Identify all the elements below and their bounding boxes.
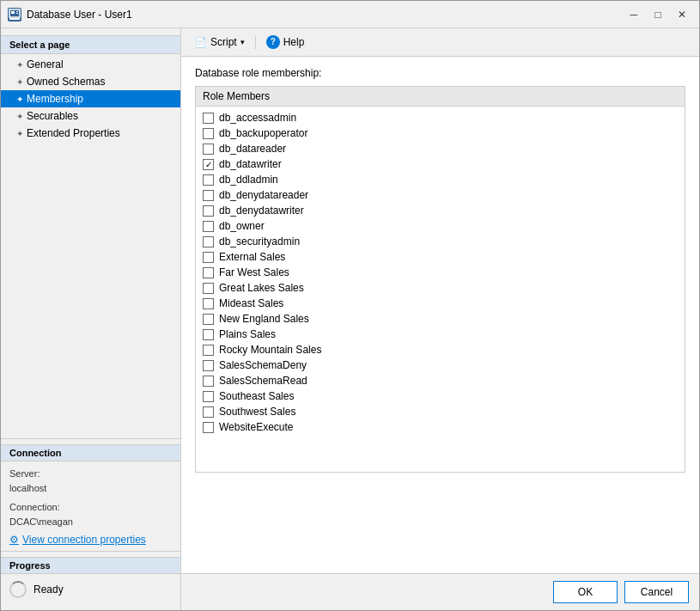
sidebar-item-securables[interactable]: ✦Securables [1,107,180,125]
server-value: localhost [9,481,172,497]
checkbox-great-lakes-sales[interactable] [203,283,214,294]
checkbox-db_backupoperator[interactable] [203,128,214,139]
maximize-button[interactable]: □ [648,6,668,23]
role-name-mideast-sales: Mideast Sales [219,297,283,309]
checkbox-website-execute[interactable] [203,422,214,433]
role-item-external-sales[interactable]: External Sales [196,249,685,265]
nav-arrow-icon: ✦ [16,60,23,70]
script-label: Script [210,36,237,48]
role-item-db_datareader[interactable]: db_datareader [196,141,685,156]
checkbox-sales-schema-deny[interactable] [203,360,214,371]
role-name-db_securityadmin: db_securityadmin [219,235,300,247]
help-button[interactable]: ? Help [263,34,308,51]
window-icon [8,8,21,21]
sidebar-item-general[interactable]: ✦General [1,56,180,73]
checkbox-rocky-mountain-sales[interactable] [203,345,214,356]
script-icon: 📄 [195,37,207,48]
checkbox-plains-sales[interactable] [203,329,214,340]
title-bar: Database User - User1 ─ □ ✕ [1,1,699,28]
role-item-db_datawriter[interactable]: db_datawriter [196,156,685,172]
checkbox-db_denydatareader[interactable] [203,190,214,201]
content-area: Select a page ✦General✦Owned Schemas✦Mem… [1,28,699,610]
role-item-southeast-sales[interactable]: Southeast Sales [196,388,685,404]
section-title: Database role membership: [195,67,685,79]
role-item-new-england-sales[interactable]: New England Sales [196,311,685,327]
role-item-db_owner[interactable]: db_owner [196,218,685,234]
connection-info: Server: localhost Connection: DCAC\meaga… [9,467,172,530]
role-name-southwest-sales: Southwest Sales [219,406,295,418]
checkbox-far-west-sales[interactable] [203,267,214,278]
nav-item-label: Owned Schemas [27,76,105,88]
svg-rect-4 [9,18,20,20]
role-item-plains-sales[interactable]: Plains Sales [196,327,685,342]
window-title: Database User - User1 [27,9,132,21]
select-page-header: Select a page [1,35,180,54]
role-item-db_accessadmin[interactable]: db_accessadmin [196,110,685,125]
role-name-website-execute: WebsiteExecute [219,421,294,433]
nav-item-label: Extended Properties [27,127,120,139]
checkbox-db_owner[interactable] [203,221,214,232]
cancel-button[interactable]: Cancel [624,581,689,603]
left-panel: Select a page ✦General✦Owned Schemas✦Mem… [1,28,181,610]
progress-section: Progress Ready [1,551,180,603]
svg-rect-3 [16,13,18,14]
role-item-sales-schema-read[interactable]: SalesSchemaRead [196,373,685,388]
minimize-button[interactable]: ─ [624,6,644,23]
sidebar-item-extended-properties[interactable]: ✦Extended Properties [1,125,180,142]
checkbox-southwest-sales[interactable] [203,406,214,418]
connection-header: Connection [1,444,180,461]
checkbox-db_denydatawriter[interactable] [203,205,214,217]
connection-label-text: Connection: [9,500,172,516]
role-name-sales-schema-deny: SalesSchemaDeny [219,359,307,371]
role-name-rocky-mountain-sales: Rocky Mountain Sales [219,344,321,356]
role-item-great-lakes-sales[interactable]: Great Lakes Sales [196,280,685,296]
checkbox-southeast-sales[interactable] [203,391,214,402]
help-icon: ? [266,35,280,49]
server-label: Server: [9,467,172,482]
checkbox-mideast-sales[interactable] [203,298,214,309]
checkbox-new-england-sales[interactable] [203,314,214,325]
view-connection-properties-link[interactable]: ⚙ View connection properties [9,534,172,546]
connection-value: DCAC\meagan [9,515,172,530]
nav-arrow-icon: ✦ [16,95,23,104]
role-item-db_securityadmin[interactable]: db_securityadmin [196,234,685,249]
right-panel: 📄 Script ▾ ? Help Database role membersh… [181,28,699,610]
checkbox-external-sales[interactable] [203,252,214,263]
role-item-website-execute[interactable]: WebsiteExecute [196,419,685,435]
help-label: Help [283,36,305,48]
checkbox-db_datareader[interactable] [203,144,214,155]
checkbox-db_datawriter[interactable] [203,159,214,170]
nav-arrow-icon: ✦ [16,77,23,87]
title-bar-left: Database User - User1 [8,8,132,21]
role-item-mideast-sales[interactable]: Mideast Sales [196,296,685,311]
checkbox-db_accessadmin[interactable] [203,113,214,124]
footer: OK Cancel [181,573,699,610]
role-item-db_ddladmin[interactable]: db_ddladmin [196,172,685,187]
nav-item-label: General [27,58,64,70]
role-item-southwest-sales[interactable]: Southwest Sales [196,404,685,419]
ok-button[interactable]: OK [553,581,618,603]
role-item-db_denydatawriter[interactable]: db_denydatawriter [196,203,685,218]
role-name-far-west-sales: Far West Sales [219,266,289,278]
role-members-box: Role Members db_accessadmindb_backupoper… [195,86,685,473]
role-item-far-west-sales[interactable]: Far West Sales [196,265,685,280]
role-name-plains-sales: Plains Sales [219,328,276,340]
progress-header: Progress [1,557,180,574]
sidebar-item-owned-schemas[interactable]: ✦Owned Schemas [1,73,180,90]
sidebar-item-membership[interactable]: ✦Membership [1,90,180,107]
role-item-sales-schema-deny[interactable]: SalesSchemaDeny [196,357,685,373]
script-button[interactable]: 📄 Script ▾ [192,34,248,50]
checkbox-db_ddladmin[interactable] [203,174,214,186]
progress-status: Ready [9,581,172,598]
role-item-rocky-mountain-sales[interactable]: Rocky Mountain Sales [196,342,685,357]
checkbox-db_securityadmin[interactable] [203,236,214,247]
checkbox-sales-schema-read[interactable] [203,376,214,387]
role-members-list: db_accessadmindb_backupoperatordb_datare… [196,107,685,438]
role-name-db_datareader: db_datareader [219,143,286,155]
role-name-db_owner: db_owner [219,220,265,232]
close-button[interactable]: ✕ [672,6,692,23]
role-name-db_ddladmin: db_ddladmin [219,174,278,186]
role-item-db_backupoperator[interactable]: db_backupoperator [196,125,685,141]
connection-icon: ⚙ [9,534,19,546]
role-item-db_denydatareader[interactable]: db_denydatareader [196,187,685,203]
